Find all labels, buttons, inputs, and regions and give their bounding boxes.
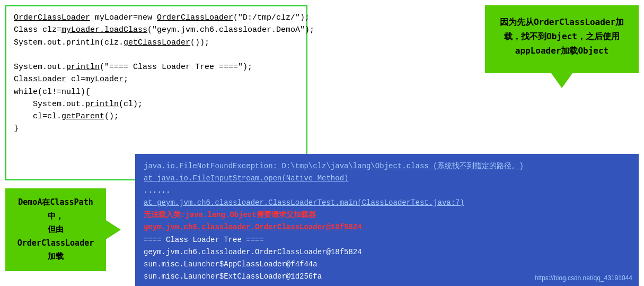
code-underline-4: getClassLoader bbox=[123, 38, 190, 47]
output-line-6: geym.jvm.ch6.classloader.OrderClassLoade… bbox=[144, 221, 630, 233]
output-line-8: geym.jvm.ch6.classloader.OrderClassLoade… bbox=[144, 246, 630, 258]
code-line-1: OrderClassLoader myLoader=new OrderClass… bbox=[14, 12, 299, 24]
output-line-2: at java.io.FileInputStream.open(Native M… bbox=[144, 172, 630, 185]
left-label-box: DemoA在ClassPath中， 但由OrderClassLoader 加载 bbox=[5, 188, 106, 271]
code-line-2: Class clz=myLoader.loadClass("geym.jvm.c… bbox=[14, 24, 299, 36]
code-line-7: while(cl!=null){ bbox=[14, 86, 299, 98]
code-line-8: System.out.println(cl); bbox=[14, 98, 299, 110]
code-line-6: ClassLoader cl=myLoader; bbox=[14, 73, 299, 85]
output-line-1: java.io.FileNotFoundException: D:\tmp\cl… bbox=[144, 160, 630, 172]
code-line-9: cl=cl.getParent(); bbox=[14, 110, 299, 123]
tooltip-text: 因为先从OrderClassLoader加载，找不到Object，之后使用app… bbox=[500, 17, 624, 56]
code-underline-5: println bbox=[66, 63, 100, 72]
output-box: java.io.FileNotFoundException: D:\tmp\cl… bbox=[135, 154, 639, 286]
code-underline-8: println bbox=[85, 100, 119, 109]
code-underline-2: OrderClassLoader bbox=[157, 13, 233, 22]
output-line-3: ...... bbox=[144, 185, 630, 197]
watermark: https://blog.csdn.net/qq_43191044 bbox=[535, 273, 632, 284]
code-line-3: System.out.println(clz.getClassLoader())… bbox=[14, 37, 299, 49]
code-line-5: System.out.println("==== Class Loader Tr… bbox=[14, 61, 299, 73]
code-underline-3: myLoader.loadClass bbox=[61, 25, 147, 34]
code-underline-9: getParent bbox=[61, 112, 104, 121]
output-line-4: at geym.jvm.ch6.classloader.ClassLoaderT… bbox=[144, 197, 630, 209]
left-label-line2: 但由OrderClassLoader bbox=[17, 224, 94, 248]
output-line-5: 无法载入类:java.lang.Object需要请求父加载器 bbox=[144, 209, 630, 221]
left-label-line3: 加载 bbox=[48, 252, 64, 261]
code-line-4 bbox=[14, 49, 299, 61]
code-underline-7: myLoader bbox=[85, 75, 123, 84]
tooltip-green: 因为先从OrderClassLoader加载，找不到Object，之后使用app… bbox=[485, 5, 639, 73]
output-line-9: sun.misc.Launcher$AppClassLoader@f4f44a bbox=[144, 258, 630, 271]
output-line-7: ==== Class Loader Tree ==== bbox=[144, 234, 630, 246]
code-underline-1: OrderClassLoader bbox=[14, 13, 90, 22]
code-underline-6: ClassLoader bbox=[14, 75, 66, 84]
left-label-line1: DemoA在ClassPath中， bbox=[18, 197, 93, 221]
code-line-10: } bbox=[14, 123, 299, 135]
